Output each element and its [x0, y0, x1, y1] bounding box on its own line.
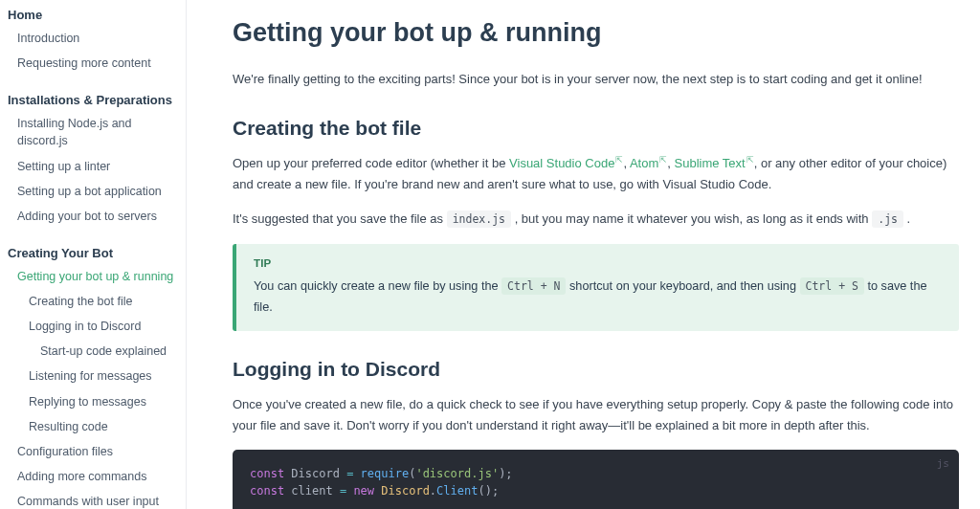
nav-resulting-code[interactable]: Resulting code — [8, 414, 178, 439]
text: It's suggested that you save the file as — [233, 211, 447, 226]
heading-creating-bot-file: Creating the bot file — [233, 117, 959, 140]
nav-listening-messages[interactable]: Listening for messages — [8, 364, 178, 388]
nav-getting-bot-up[interactable]: Getting your bot up & running — [8, 264, 178, 289]
nav-introduction[interactable]: Introduction — [8, 26, 178, 51]
tip-box: TIP You can quickly create a new file by… — [233, 244, 959, 331]
code-ctrl-s: Ctrl + S — [800, 277, 864, 295]
nav-config-files[interactable]: Configuration files — [8, 439, 178, 464]
code-block[interactable]: jsconst Discord = require('discord.js');… — [233, 450, 959, 509]
section-creating-bot[interactable]: Creating Your Bot — [8, 238, 178, 264]
nav-more-commands[interactable]: Adding more commands — [8, 464, 178, 489]
code-js-ext: .js — [872, 210, 903, 228]
paragraph-filename: It's suggested that you save the file as… — [233, 209, 959, 230]
tip-title: TIP — [254, 257, 942, 269]
code-indexjs: index.js — [447, 210, 511, 228]
link-vscode[interactable]: Visual Studio Code⇱ — [509, 156, 623, 170]
text: Open up your preferred code editor (whet… — [233, 156, 509, 170]
main-content: Getting your bot up & running We're fina… — [187, 0, 980, 509]
nav-startup-code[interactable]: Start-up code explained — [8, 339, 178, 364]
text: shortcut on your keyboard, and then usin… — [566, 279, 799, 293]
external-link-icon: ⇱ — [659, 153, 667, 167]
intro-paragraph: We're finally getting to the exciting pa… — [233, 69, 959, 90]
heading-logging-discord: Logging in to Discord — [233, 358, 959, 381]
nav-user-input[interactable]: Commands with user input (a.k.a. "argume… — [8, 489, 178, 509]
text: You can quickly create a new file by usi… — [254, 279, 501, 293]
sidebar[interactable]: Home Introduction Requesting more conten… — [0, 0, 187, 509]
tip-text: You can quickly create a new file by usi… — [254, 277, 942, 318]
text: , but you may name it whatever you wish,… — [511, 211, 872, 226]
nav-logging-discord[interactable]: Logging in to Discord — [8, 314, 178, 339]
link-atom[interactable]: Atom⇱ — [630, 156, 667, 170]
link-sublime[interactable]: Sublime Text⇱ — [675, 156, 754, 170]
lang-tag: js — [937, 455, 949, 472]
nav-linter[interactable]: Setting up a linter — [8, 154, 178, 179]
nav-install-node[interactable]: Installing Node.js and discord.js — [8, 111, 178, 153]
nav-bot-app[interactable]: Setting up a bot application — [8, 179, 178, 204]
page-title: Getting your bot up & running — [233, 17, 959, 50]
nav-replying-messages[interactable]: Replying to messages — [8, 389, 178, 414]
nav-requesting-content[interactable]: Requesting more content — [8, 51, 178, 76]
page-layout: Home Introduction Requesting more conten… — [0, 0, 980, 509]
text: . — [903, 211, 910, 226]
code-ctrl-n: Ctrl + N — [501, 277, 566, 295]
section-home[interactable]: Home — [8, 0, 178, 26]
external-link-icon: ⇱ — [615, 153, 623, 167]
paragraph-editor: Open up your preferred code editor (whet… — [233, 153, 959, 195]
paragraph-logging: Once you've created a new file, do a qui… — [233, 394, 959, 436]
nav-creating-bot-file[interactable]: Creating the bot file — [8, 289, 178, 314]
nav-add-servers[interactable]: Adding your bot to servers — [8, 204, 178, 229]
section-install[interactable]: Installations & Preparations — [8, 85, 178, 111]
external-link-icon: ⇱ — [746, 153, 754, 167]
